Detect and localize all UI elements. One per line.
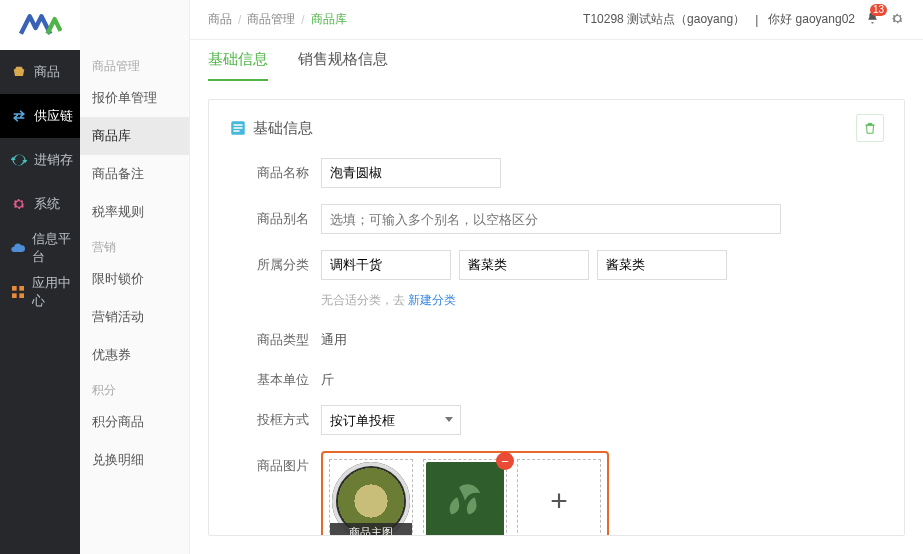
breadcrumb-item[interactable]: 商品	[208, 11, 232, 28]
category-1-input[interactable]	[321, 250, 451, 280]
sub-item[interactable]: 限时锁价	[80, 260, 189, 298]
nav-cycle[interactable]: 进销存	[0, 138, 80, 182]
sub-group-title: 营销	[80, 231, 189, 260]
settings-icon[interactable]	[890, 11, 905, 29]
sub-item[interactable]: 积分商品	[80, 403, 189, 441]
category-hint: 无合适分类，去 新建分类	[321, 292, 884, 309]
main-image-caption: 商品主图	[330, 523, 412, 536]
nav-label: 供应链	[34, 107, 73, 125]
sub-group-title: 积分	[80, 374, 189, 403]
unit-value: 斤	[321, 365, 334, 389]
cycle-icon	[10, 151, 28, 169]
tabs: 基础信息 销售规格信息	[190, 40, 923, 81]
product-main-image[interactable]: 商品主图	[329, 459, 413, 536]
panel-title: 基础信息	[229, 119, 313, 138]
alias-input[interactable]	[321, 204, 781, 234]
station-label: T10298 测试站点（gaoyang）	[583, 11, 745, 28]
gear-icon	[10, 195, 28, 213]
new-category-link[interactable]: 新建分类	[408, 293, 456, 307]
nav-cloud[interactable]: 信息平台	[0, 226, 80, 270]
type-label: 商品类型	[229, 325, 321, 349]
breadcrumb-item: 商品库	[311, 11, 347, 28]
basic-info-panel: 基础信息 商品名称 商品别名 所属分类	[208, 99, 905, 536]
nav-gear[interactable]: 系统	[0, 182, 80, 226]
svg-rect-1	[20, 286, 25, 291]
nav-label: 应用中心	[32, 274, 80, 310]
vegetable-icon	[442, 478, 488, 524]
remove-image-icon[interactable]: −	[496, 452, 514, 470]
sub-item[interactable]: 优惠券	[80, 336, 189, 374]
basket-icon	[10, 63, 28, 81]
sub-item[interactable]: 兑换明细	[80, 441, 189, 479]
name-input[interactable]	[321, 158, 501, 188]
nav-main: 商品供应链进销存系统信息平台应用中心	[0, 0, 80, 554]
form-icon	[229, 119, 247, 137]
nav-exchange[interactable]: 供应链	[0, 94, 80, 138]
nav-label: 进销存	[34, 151, 73, 169]
svg-rect-6	[234, 127, 243, 129]
sub-group-title: 商品管理	[80, 50, 189, 79]
delete-button[interactable]	[856, 114, 884, 142]
topbar: 商品 / 商品管理 / 商品库 T10298 测试站点（gaoyang） | 你…	[190, 0, 923, 40]
type-value: 通用	[321, 325, 347, 349]
svg-rect-5	[234, 124, 243, 126]
img-label: 商品图片	[229, 451, 321, 475]
cloud-icon	[10, 239, 26, 257]
user-greeting: 你好 gaoyang02	[768, 11, 855, 28]
category-2-input[interactable]	[459, 250, 589, 280]
breadcrumb: 商品 / 商品管理 / 商品库	[208, 11, 347, 28]
image-row-highlight: 商品主图 − +	[321, 451, 609, 536]
name-label: 商品名称	[229, 158, 321, 182]
product-image-2[interactable]: −	[423, 459, 507, 536]
svg-rect-2	[12, 293, 17, 298]
sub-item[interactable]: 商品库	[80, 117, 189, 155]
nav-sub: 商品管理报价单管理商品库商品备注税率规则营销限时锁价营销活动优惠券积分积分商品兑…	[80, 0, 190, 554]
svg-rect-3	[20, 293, 25, 298]
svg-rect-0	[12, 286, 17, 291]
nav-label: 商品	[34, 63, 60, 81]
notification-bell-icon[interactable]: 13	[865, 11, 880, 29]
category-label: 所属分类	[229, 250, 321, 274]
apps-icon	[10, 283, 26, 301]
tab-sales-spec[interactable]: 销售规格信息	[298, 50, 388, 81]
add-image-button[interactable]: +	[517, 459, 601, 536]
logo[interactable]	[0, 0, 80, 50]
nav-label: 系统	[34, 195, 60, 213]
notification-badge: 13	[870, 4, 887, 16]
unit-label: 基本单位	[229, 365, 321, 389]
nav-apps[interactable]: 应用中心	[0, 270, 80, 314]
sub-item[interactable]: 税率规则	[80, 193, 189, 231]
kbox-select[interactable]: 按订单投框	[321, 405, 461, 435]
nav-basket[interactable]: 商品	[0, 50, 80, 94]
nav-label: 信息平台	[32, 230, 80, 266]
tab-basic-info[interactable]: 基础信息	[208, 50, 268, 81]
svg-rect-7	[234, 130, 240, 132]
category-3-input[interactable]	[597, 250, 727, 280]
sub-item[interactable]: 商品备注	[80, 155, 189, 193]
kbox-label: 投框方式	[229, 405, 321, 429]
sub-item[interactable]: 报价单管理	[80, 79, 189, 117]
trash-icon	[863, 121, 877, 135]
exchange-icon	[10, 107, 28, 125]
sub-item[interactable]: 营销活动	[80, 298, 189, 336]
alias-label: 商品别名	[229, 204, 321, 228]
breadcrumb-item[interactable]: 商品管理	[247, 11, 295, 28]
